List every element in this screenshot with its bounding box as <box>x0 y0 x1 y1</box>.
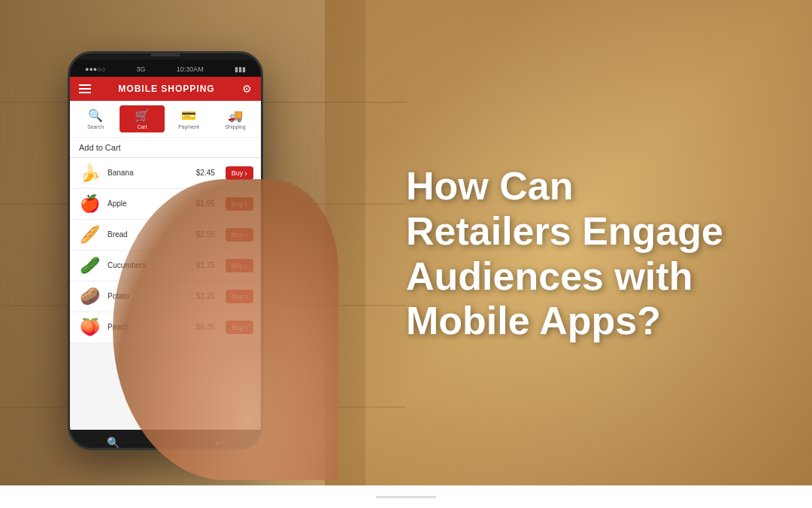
headline-line1: How Can <box>406 164 767 209</box>
settings-icon[interactable]: ⚙ <box>242 83 252 95</box>
potato-emoji: 🥔 <box>77 287 102 306</box>
bottom-bar-decoration <box>376 496 436 498</box>
network-indicator: 3G <box>136 65 145 73</box>
headline-section: How Can Retailers Engage Audiences with … <box>376 164 767 344</box>
headline-line4: Mobile Apps? <box>406 299 767 344</box>
cucumber-emoji: 🥒 <box>77 256 102 275</box>
hand-holding-phone <box>113 179 338 480</box>
battery-indicator: ▮▮▮ <box>235 65 246 73</box>
app-title: MOBILE SHOPPING <box>118 84 214 94</box>
tab-shipping[interactable]: 🚚 Shipping <box>213 105 258 132</box>
payment-tab-label: Payment <box>178 124 199 129</box>
phone-mockup: ●●●○○ 3G 10:30AM ▮▮▮ MOBILE SHOPPING ⚙ <box>23 36 338 473</box>
tab-cart[interactable]: 🛒 Cart <box>120 105 165 132</box>
headline-line2: Retailers Engage <box>406 209 767 254</box>
payment-icon: 💳 <box>181 108 196 123</box>
shipping-tab-label: Shipping <box>225 124 245 129</box>
add-to-cart-section-header: Add to Cart <box>70 138 261 158</box>
headline-text: How Can Retailers Engage Audiences with … <box>406 164 767 344</box>
peach-emoji: 🍑 <box>77 318 102 337</box>
status-bar: ●●●○○ 3G 10:30AM ▮▮▮ <box>70 59 261 77</box>
tab-payment[interactable]: 💳 Payment <box>166 105 211 132</box>
banana-buy-button[interactable]: Buy <box>226 166 253 180</box>
cart-tab-label: Cart <box>137 124 147 129</box>
bread-emoji: 🥖 <box>77 225 102 245</box>
cart-icon: 🛒 <box>135 108 150 123</box>
app-header: MOBILE SHOPPING ⚙ <box>70 77 261 101</box>
shipping-icon: 🚚 <box>228 108 243 123</box>
phone-search-button[interactable]: 🔍 <box>107 437 120 449</box>
search-tab-label: Search <box>87 124 104 129</box>
search-icon: 🔍 <box>88 108 103 123</box>
phone-speaker <box>150 53 180 56</box>
banana-price: $2.45 <box>196 169 215 177</box>
tab-search[interactable]: 🔍 Search <box>73 105 118 132</box>
headline-line3: Audiences with <box>406 254 767 300</box>
hamburger-line <box>79 88 91 90</box>
banana-emoji: 🍌 <box>77 163 102 183</box>
hamburger-menu-button[interactable] <box>79 84 91 93</box>
hamburger-line <box>79 92 91 93</box>
signal-dots: ●●●○○ <box>85 65 105 73</box>
main-content: ●●●○○ 3G 10:30AM ▮▮▮ MOBILE SHOPPING ⚙ <box>0 0 812 508</box>
time-display: 10:30AM <box>177 65 204 73</box>
apple-emoji: 🍎 <box>77 194 102 214</box>
banana-name: Banana <box>108 169 190 177</box>
hamburger-line <box>79 84 91 86</box>
nav-tabs: 🔍 Search 🛒 Cart 💳 Payment 🚚 Shipping <box>70 101 261 138</box>
bottom-bar <box>0 485 812 508</box>
